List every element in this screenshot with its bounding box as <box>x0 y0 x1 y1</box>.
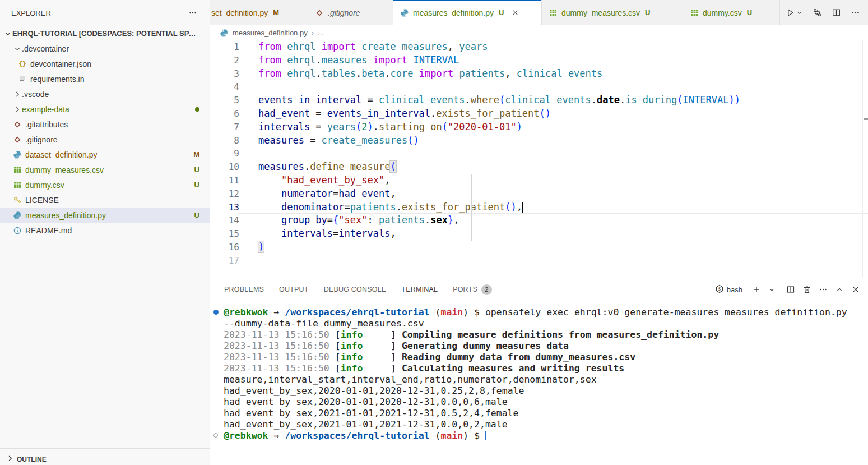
tab-measures-definition-py[interactable]: measures_definition.pyU <box>393 0 542 25</box>
git-icon <box>13 120 22 129</box>
maximize-panel-icon[interactable] <box>835 285 844 294</box>
tab--gitignore[interactable]: .gitignore <box>308 0 393 25</box>
code-line-5[interactable]: 5events_in_interval = clinical_events.wh… <box>210 94 868 107</box>
panel-tab-label: OUTPUT <box>279 286 309 293</box>
outline-label: OUTLINE <box>17 455 47 463</box>
code-line-7[interactable]: 7intervals = years(2).starting_on("2020-… <box>210 121 868 134</box>
code-line-17[interactable]: 17 <box>210 254 868 268</box>
line-number: 13 <box>210 201 239 214</box>
panel-tab-ports[interactable]: PORTS2 <box>453 278 492 301</box>
csv-icon <box>13 181 22 190</box>
git-status-badge: M <box>193 150 199 159</box>
code-text: had_event = events_in_interval.exists_fo… <box>239 107 868 121</box>
code-line-10[interactable]: 10measures.define_measure( <box>210 160 868 174</box>
breadcrumb[interactable]: measures_definition.py › ... <box>210 25 868 40</box>
sidebar-item--vscode[interactable]: .vscode <box>0 86 210 102</box>
tree-root-folder[interactable]: EHRQL-TUTORIAL [CODESPACES: POTENTIAL SP… <box>0 26 210 41</box>
breadcrumb-more[interactable]: ... <box>318 29 324 37</box>
sidebar-item-license[interactable]: LICENSE <box>0 192 210 208</box>
command-decoration-icon[interactable] <box>213 310 219 315</box>
run-dropdown-icon[interactable] <box>796 9 803 16</box>
panel-header: PROBLEMSOUTPUTDEBUG CONSOLETERMINALPORTS… <box>210 278 868 301</box>
python-icon <box>400 8 409 17</box>
outline-section-header[interactable]: OUTLINE <box>0 448 210 465</box>
tab-git-badge: M <box>273 8 279 17</box>
code-line-14[interactable]: 14 group_by={"sex": patients.sex}, <box>210 214 868 227</box>
sidebar-item-dummy-csv[interactable]: dummy.csvU <box>0 177 210 192</box>
file-label: example-data <box>22 105 69 114</box>
tab-git-badge: U <box>747 8 752 17</box>
sidebar-item-requirements-in[interactable]: requirements.in <box>0 71 210 86</box>
code-text: intervals=intervals, <box>239 227 868 241</box>
indent-guide <box>471 174 472 241</box>
sidebar-item-measures-definition-py[interactable]: measures_definition.pyU <box>0 208 210 223</box>
breadcrumb-file[interactable]: measures_definition.py <box>233 29 308 37</box>
explorer-title: EXPLORER <box>11 9 51 17</box>
sidebar-item--devcontainer[interactable]: .devcontainer <box>0 41 210 56</box>
code-text <box>239 80 868 94</box>
code-line-6[interactable]: 6had_event = events_in_interval.exists_f… <box>210 107 868 121</box>
sidebar-item-dummy-measures-csv[interactable]: dummy_measures.csvU <box>0 162 210 177</box>
terminal-shell-selector[interactable]: $ bash <box>715 284 742 295</box>
panel-actions: $ bash <box>715 284 860 295</box>
new-terminal-button[interactable] <box>752 285 761 294</box>
split-terminal-icon[interactable] <box>786 285 795 294</box>
sidebar-item-devcontainer-json[interactable]: {}devcontainer.json <box>0 56 210 71</box>
sidebar-item-readme-md[interactable]: README.md <box>0 223 210 238</box>
code-line-2[interactable]: 2from ehrql.measures import INTERVAL <box>210 54 868 67</box>
chevron-right-icon <box>13 90 22 99</box>
python-icon <box>220 29 229 38</box>
tab-dummy-measures-csv[interactable]: dummy_measures.csvU <box>542 0 683 25</box>
tab-dummy-csv[interactable]: dummy.csvU <box>683 0 780 25</box>
code-text: intervals = years(2).starting_on("2020-0… <box>239 121 868 134</box>
code-line-15[interactable]: 15 intervals=intervals, <box>210 227 868 241</box>
line-number: 2 <box>210 54 239 67</box>
file-label: dummy.csv <box>25 181 64 190</box>
panel-more-icon[interactable] <box>819 285 828 294</box>
panel-tab-label: DEBUG CONSOLE <box>324 286 387 293</box>
tab-label: measures_definition.py <box>413 8 494 17</box>
panel-tab-terminal[interactable]: TERMINAL <box>401 278 438 301</box>
code-line-13[interactable]: 13 denominator=patients.exists_for_patie… <box>210 201 868 214</box>
open-changes-icon[interactable] <box>813 8 822 17</box>
code-line-3[interactable]: 3from ehrql.tables.beta.core import pati… <box>210 67 868 81</box>
code-editor[interactable]: 1from ehrql import create_measures, year… <box>210 40 868 278</box>
sidebar-item-dataset-definition-py[interactable]: dataset_definition.pyM <box>0 147 210 162</box>
code-line-8[interactable]: 8measures = create_measures() <box>210 134 868 148</box>
file-label: requirements.in <box>30 75 85 84</box>
sidebar-item--gitattributes[interactable]: .gitattributes <box>0 117 210 132</box>
code-line-1[interactable]: 1from ehrql import create_measures, year… <box>210 40 868 54</box>
code-line-4[interactable]: 4 <box>210 80 868 94</box>
panel-tab-output[interactable]: OUTPUT <box>279 278 309 301</box>
csv-icon <box>549 8 558 17</box>
code-line-12[interactable]: 12 numerator=had_event, <box>210 187 868 201</box>
sidebar-item--gitignore[interactable]: .gitignore <box>0 132 210 147</box>
code-line-11[interactable]: 11 "had_event_by_sex", <box>210 174 868 187</box>
close-panel-icon[interactable] <box>851 285 860 294</box>
chevron-down-icon <box>13 44 22 53</box>
prompt-decoration-icon[interactable] <box>213 433 218 438</box>
sidebar-item-example-data[interactable]: example-data <box>0 102 210 117</box>
file-label: .gitattributes <box>25 120 68 129</box>
code-text <box>239 254 868 268</box>
terminal-line-12: @rebkwok → /workspaces/ehrql-tutorial (m… <box>224 430 868 441</box>
csv-icon <box>690 8 699 17</box>
panel-tab-problems[interactable]: PROBLEMS <box>224 278 264 301</box>
code-text: events_in_interval = clinical_events.whe… <box>239 94 868 107</box>
code-text: ) <box>239 241 868 254</box>
run-python-file-button[interactable] <box>786 8 795 17</box>
explorer-header: EXPLORER <box>0 0 210 26</box>
terminal-output[interactable]: @rebkwok → /workspaces/ehrql-tutorial (m… <box>210 301 868 465</box>
code-text: denominator=patients.exists_for_patient(… <box>239 201 868 214</box>
kill-terminal-icon[interactable] <box>802 285 811 294</box>
more-actions-icon[interactable] <box>851 8 860 17</box>
code-line-16[interactable]: 16) <box>210 241 868 254</box>
split-editor-icon[interactable] <box>832 8 841 17</box>
editor-scrollbar[interactable] <box>862 40 868 278</box>
terminal-dropdown-icon[interactable] <box>768 286 776 293</box>
close-tab-icon[interactable] <box>511 8 519 17</box>
panel-tab-debug-console[interactable]: DEBUG CONSOLE <box>324 278 387 301</box>
explorer-more-icon[interactable] <box>188 8 197 17</box>
tab-set-definition-py[interactable]: set_definition.pyM <box>210 0 308 25</box>
code-line-9[interactable]: 9 <box>210 147 868 160</box>
